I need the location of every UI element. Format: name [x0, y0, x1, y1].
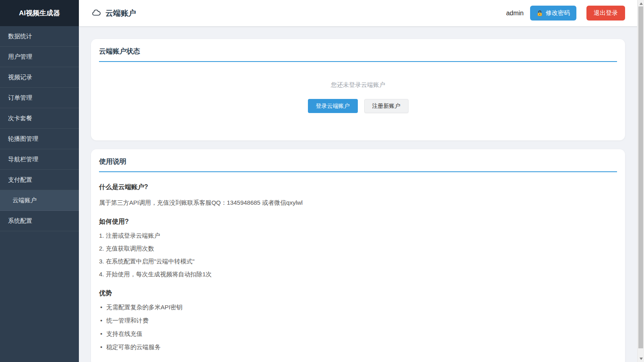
lock-icon [537, 10, 543, 16]
sidebar-item-carousel[interactable]: 轮播图管理 [0, 129, 79, 149]
scrollbar[interactable] [637, 0, 644, 362]
topbar: 云端账户 admin 修改密码 退出登录 [79, 0, 644, 26]
status-card-title: 云端账户状态 [99, 47, 617, 62]
advantages-heading: 优势 [99, 289, 617, 298]
register-account-button[interactable]: 注册新账户 [364, 99, 409, 113]
app-title: AI视频生成器 [0, 0, 79, 26]
scroll-down-arrow[interactable] [638, 355, 644, 362]
how-to-heading: 如何使用? [99, 218, 617, 226]
how-to-step: 在系统配置中启用"云端中转模式" [99, 258, 617, 265]
topbar-title-group: 云端账户 [92, 8, 136, 19]
sidebar-item-video-records[interactable]: 视频记录 [0, 67, 79, 88]
sidebar-item-navbar[interactable]: 导航栏管理 [0, 149, 79, 170]
status-card: 云端账户状态 您还未登录云端账户 登录云端账户 注册新账户 [91, 39, 625, 140]
sidebar-nav: 数据统计用户管理视频记录订单管理次卡套餐轮播图管理导航栏管理支付配置云端账户系统… [0, 26, 79, 231]
scroll-up-arrow[interactable] [638, 0, 644, 7]
what-is-heading: 什么是云端账户? [99, 183, 617, 191]
scroll-thumb[interactable] [638, 6, 643, 348]
how-to-step: 充值获取调用次数 [99, 245, 617, 253]
sidebar-item-stats[interactable]: 数据统计 [0, 26, 79, 47]
how-to-steps-list: 注册或登录云端账户充值获取调用次数在系统配置中启用"云端中转模式"开始使用，每次… [99, 232, 617, 278]
login-cloud-account-button[interactable]: 登录云端账户 [308, 99, 358, 113]
sidebar-item-orders[interactable]: 订单管理 [0, 88, 79, 108]
sidebar-item-card-packages[interactable]: 次卡套餐 [0, 108, 79, 129]
app-window: AI视频生成器 数据统计用户管理视频记录订单管理次卡套餐轮播图管理导航栏管理支付… [0, 0, 644, 362]
sidebar-item-system[interactable]: 系统配置 [0, 211, 79, 231]
main-column: 云端账户 admin 修改密码 退出登录 [79, 0, 644, 362]
change-password-button[interactable]: 修改密码 [530, 6, 576, 21]
cloud-icon [92, 8, 101, 18]
topbar-actions: admin 修改密码 退出登录 [506, 6, 625, 21]
how-to-step: 开始使用，每次生成视频将自动扣除1次 [99, 271, 617, 278]
advantage-item: 支持在线充值 [99, 330, 617, 338]
sidebar: AI视频生成器 数据统计用户管理视频记录订单管理次卡套餐轮播图管理导航栏管理支付… [0, 0, 79, 362]
sidebar-item-users[interactable]: 用户管理 [0, 47, 79, 67]
status-card-body: 您还未登录云端账户 登录云端账户 注册新账户 [99, 62, 617, 131]
page-title: 云端账户 [105, 8, 136, 19]
instructions-card-title: 使用说明 [99, 157, 617, 172]
advantage-item: 无需配置复杂的多米API密钥 [99, 304, 617, 311]
how-to-step: 注册或登录云端账户 [99, 232, 617, 240]
advantage-item: 稳定可靠的云端服务 [99, 343, 617, 351]
username: admin [506, 10, 524, 17]
advantage-item: 统一管理和计费 [99, 317, 617, 325]
logout-button[interactable]: 退出登录 [586, 6, 625, 21]
advantages-list: 无需配置复杂的多米API密钥统一管理和计费支持在线充值稳定可靠的云端服务 [99, 304, 617, 351]
status-message: 您还未登录云端账户 [99, 81, 617, 89]
change-password-label: 修改密码 [546, 9, 570, 17]
sidebar-item-cloud-account[interactable]: 云端账户 [0, 190, 79, 211]
status-actions: 登录云端账户 注册新账户 [99, 99, 617, 113]
sidebar-item-payment[interactable]: 支付配置 [0, 170, 79, 190]
instructions-card: 使用说明 什么是云端账户? 属于第三方API调用，充值没到账联系客服QQ：134… [91, 149, 625, 362]
what-is-text: 属于第三方API调用，充值没到账联系客服QQ：1345948685 或者微信qx… [99, 198, 617, 207]
content-area: 云端账户状态 您还未登录云端账户 登录云端账户 注册新账户 使用说明 什么是云端… [79, 26, 644, 362]
